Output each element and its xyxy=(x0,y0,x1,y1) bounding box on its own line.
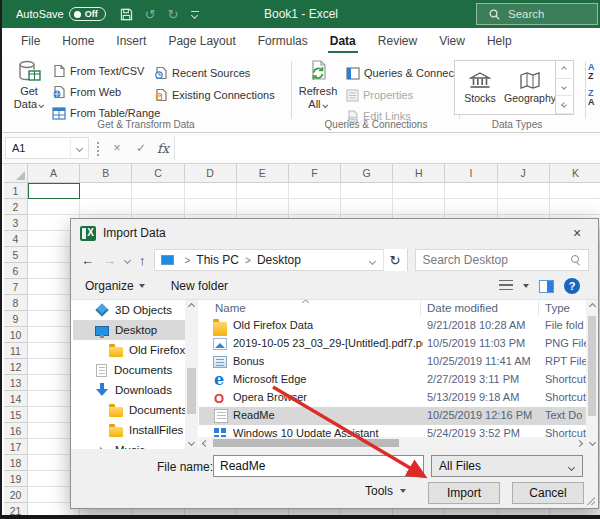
name-box[interactable]: A1 xyxy=(5,137,89,159)
sidebar-item[interactable]: Old Firefox Dat xyxy=(73,340,185,360)
row-header[interactable]: 6 xyxy=(4,263,28,279)
column-header[interactable]: C xyxy=(132,164,184,183)
grid-cell[interactable] xyxy=(80,199,132,215)
row-header[interactable]: 1 xyxy=(4,183,28,199)
address-bar[interactable]: > This PC > Desktop ↻ xyxy=(154,249,408,271)
enter-formula-icon[interactable]: ✓ xyxy=(130,138,152,158)
refresh-all-button[interactable]: Refresh All xyxy=(295,59,341,111)
file-row[interactable]: Bonus 10/25/2019 11:41 AM RPT File xyxy=(199,353,589,371)
autosave-toggle[interactable]: AutoSave Off xyxy=(16,7,106,21)
sidebar-item[interactable]: Desktop xyxy=(73,320,185,340)
dialog-title-bar[interactable]: Import Data × xyxy=(71,219,598,247)
row-header[interactable]: 10 xyxy=(4,327,28,343)
grid-cell[interactable] xyxy=(185,183,237,199)
sidebar-item[interactable]: 3D Objects xyxy=(73,300,185,320)
column-header[interactable]: D xyxy=(185,164,237,183)
recent-sources-button[interactable]: Recent Sources xyxy=(154,63,250,83)
grid-cell[interactable] xyxy=(132,199,184,215)
tools-button[interactable]: Tools xyxy=(365,484,406,498)
column-header[interactable]: I xyxy=(445,164,497,183)
grid-cell[interactable] xyxy=(132,183,184,199)
sidebar-scrollbar-thumb[interactable] xyxy=(187,368,196,414)
sidebar-item[interactable]: InstallFiles xyxy=(73,420,185,440)
breadcrumb-this-pc[interactable]: This PC xyxy=(196,253,239,267)
ribbon-tab[interactable]: Formulas xyxy=(247,28,319,55)
get-data-button[interactable]: Get Data xyxy=(8,59,50,111)
grid-cell[interactable] xyxy=(28,183,80,199)
grid-cell[interactable] xyxy=(237,199,289,215)
name-box-dropdown-icon[interactable] xyxy=(70,138,88,158)
ribbon-tab[interactable]: Home xyxy=(51,28,105,55)
file-list-horizontal-scrollbar[interactable] xyxy=(199,437,586,449)
file-name-input[interactable] xyxy=(213,455,424,477)
column-header[interactable]: B xyxy=(80,164,132,183)
customize-qat-icon[interactable] xyxy=(191,11,199,18)
organize-button[interactable]: Organize xyxy=(85,279,145,293)
stocks-button[interactable]: Stocks xyxy=(455,61,505,114)
save-icon[interactable] xyxy=(120,8,133,21)
grid-cell[interactable] xyxy=(289,183,341,199)
gallery-up-button[interactable] xyxy=(556,61,572,79)
new-folder-button[interactable]: New folder xyxy=(171,279,228,293)
back-button[interactable]: ← xyxy=(81,253,94,268)
row-header[interactable]: 15 xyxy=(4,407,28,423)
row-header[interactable]: 12 xyxy=(4,359,28,375)
sidebar-item[interactable]: Documents xyxy=(73,360,185,380)
gallery-more-button[interactable] xyxy=(556,96,572,114)
ribbon-tab[interactable]: View xyxy=(428,28,476,55)
column-header-date[interactable]: Date modified xyxy=(427,302,498,314)
row-header[interactable]: 20 xyxy=(4,487,28,503)
grid-cell[interactable] xyxy=(80,183,132,199)
grid-cell[interactable] xyxy=(341,199,393,215)
vertical-scrollbar-thumb[interactable] xyxy=(588,316,596,416)
file-type-select[interactable]: All Files xyxy=(431,455,583,477)
search-box[interactable]: Search xyxy=(476,3,598,25)
grid-cell[interactable] xyxy=(445,183,497,199)
row-header[interactable]: 8 xyxy=(4,295,28,311)
undo-icon[interactable]: ↺ xyxy=(145,8,156,21)
row-header[interactable]: 7 xyxy=(4,279,28,295)
address-dropdown-icon[interactable] xyxy=(362,253,383,267)
grid-cell[interactable] xyxy=(393,183,445,199)
refresh-icon[interactable]: ↻ xyxy=(383,249,407,271)
ribbon-tab[interactable]: Review xyxy=(367,28,428,55)
gallery-down-button[interactable] xyxy=(556,79,572,97)
row-header[interactable]: 4 xyxy=(4,231,28,247)
grid-cell[interactable] xyxy=(393,199,445,215)
row-header[interactable]: 17 xyxy=(4,439,28,455)
ribbon-tab[interactable]: Data xyxy=(319,28,367,55)
column-header[interactable]: H xyxy=(393,164,445,183)
grid-cell[interactable] xyxy=(498,183,550,199)
ribbon-tab[interactable]: Help xyxy=(476,28,523,55)
grid-cell[interactable] xyxy=(550,183,600,199)
view-mode-icon[interactable] xyxy=(499,280,513,292)
row-header[interactable]: 13 xyxy=(4,375,28,391)
file-row[interactable]: 2019-10-05 23_03_29-[Untitled].pdf7.pdf … xyxy=(199,335,589,353)
file-row[interactable]: Microsoft Edge 2/27/2019 3:11 PM Shortcu… xyxy=(199,371,589,389)
column-header-type[interactable]: Type xyxy=(545,302,570,314)
grid-cell[interactable] xyxy=(237,183,289,199)
column-header[interactable]: K xyxy=(550,164,600,183)
row-header[interactable]: 3 xyxy=(4,215,28,231)
file-row[interactable]: ReadMe 10/25/2019 12:16 PM Text Do xyxy=(199,407,589,425)
grid-cell[interactable] xyxy=(445,199,497,215)
autosave-pill[interactable]: Off xyxy=(69,7,106,21)
dialog-close-button[interactable]: × xyxy=(556,219,598,247)
file-name-dropdown-icon[interactable] xyxy=(407,463,412,477)
file-row[interactable]: Old Firefox Data 9/21/2018 10:28 AM File… xyxy=(199,317,589,335)
preview-pane-icon[interactable] xyxy=(539,280,554,293)
resize-grip[interactable] xyxy=(587,497,595,505)
cancel-formula-icon[interactable]: × xyxy=(106,138,128,158)
sidebar-scrollbar[interactable] xyxy=(185,300,198,449)
grid-cell[interactable] xyxy=(289,199,341,215)
file-list-vertical-scrollbar[interactable] xyxy=(586,300,598,449)
formula-input[interactable] xyxy=(174,136,600,160)
sort-icon[interactable]: AZ xyxy=(588,63,595,81)
file-row[interactable]: Opera Browser 5/13/2019 9:18 AM Shortcut xyxy=(199,389,589,407)
existing-connections-button[interactable]: Existing Connections xyxy=(154,85,275,105)
select-all-corner[interactable] xyxy=(4,164,28,183)
column-header[interactable]: A xyxy=(28,164,80,183)
column-header-name[interactable]: Name xyxy=(215,302,246,314)
ribbon-tab[interactable]: File xyxy=(10,28,51,55)
up-button[interactable]: ↑ xyxy=(139,253,146,268)
